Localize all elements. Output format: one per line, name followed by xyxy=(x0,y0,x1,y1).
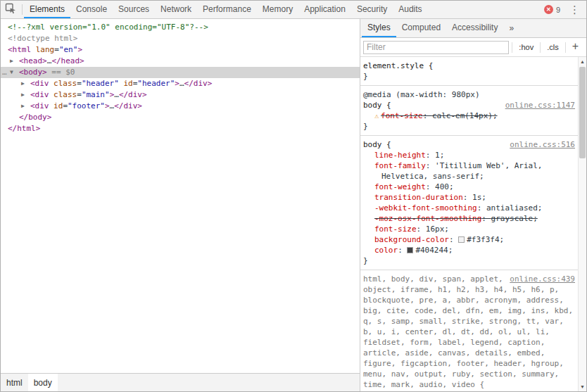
css-declaration-text: color: #404244; xyxy=(374,246,453,255)
css-declaration-text: line-height: 1; xyxy=(374,151,444,160)
tab-console[interactable]: Console xyxy=(70,1,113,18)
css-property-value: 1; xyxy=(435,151,444,160)
rule-selector-line[interactable]: element.style { xyxy=(363,61,575,71)
tab-network[interactable]: Network xyxy=(155,1,197,18)
breadcrumb-item-body[interactable]: body xyxy=(28,374,58,391)
sidebar-tab-styles[interactable]: Styles xyxy=(362,19,396,37)
dom-token: <html xyxy=(8,45,31,54)
expand-arrow-icon[interactable]: ▶ xyxy=(21,101,25,112)
stylesheet-source-link[interactable]: online.css:516 xyxy=(510,139,575,150)
css-declaration[interactable]: font-family: 'Titillium Web', Arial, Hel… xyxy=(363,160,575,182)
style-rule-section: online.css:439html, body, div, span, app… xyxy=(360,270,578,391)
error-count-badge[interactable]: ✕ 9 xyxy=(544,5,560,14)
dom-tree-line[interactable]: …▼<body> == $0 xyxy=(1,67,360,78)
css-declaration[interactable]: font-size: 16px; xyxy=(363,224,575,234)
tab-elements[interactable]: Elements xyxy=(24,1,70,18)
dom-token: > xyxy=(175,79,179,88)
scroll-up-arrow-icon[interactable]: ▲ xyxy=(579,57,586,66)
main-toolbar: ElementsConsoleSourcesNetworkPerformance… xyxy=(1,1,586,19)
tab-memory[interactable]: Memory xyxy=(257,1,298,18)
dom-tree-line[interactable]: ▶<div class="main">…</div> xyxy=(1,89,360,101)
toolbar-right: ✕ 9 ⋮ xyxy=(544,1,586,18)
expand-arrow-icon[interactable]: ▶ xyxy=(10,56,13,67)
rule-selector-line[interactable]: online.css:1147body { xyxy=(363,100,575,110)
styles-filter-input[interactable] xyxy=(363,41,509,54)
styles-scrollbar[interactable]: ▲ ▼ xyxy=(578,57,586,391)
breadcrumb-item-html[interactable]: html xyxy=(1,374,28,391)
dom-token: id xyxy=(49,101,63,110)
panel-tabs: ElementsConsoleSourcesNetworkPerformance… xyxy=(24,1,428,18)
css-declaration[interactable]: vertical-align: baseline; xyxy=(363,390,575,391)
css-property-name: color xyxy=(374,246,398,255)
rule-close-brace: } xyxy=(363,255,575,266)
expand-arrow-icon[interactable]: ▶ xyxy=(21,78,25,89)
rule-close-brace: } xyxy=(363,71,575,82)
more-options-menu-button[interactable]: ⋮ xyxy=(564,4,585,16)
css-declaration[interactable]: line-height: 1; xyxy=(363,150,575,160)
inspect-cursor-icon xyxy=(5,3,16,17)
css-declaration-text: font-size: 16px; xyxy=(374,225,449,234)
dom-token: <div xyxy=(30,79,49,88)
dom-token: class xyxy=(49,79,77,88)
dom-token: </div> xyxy=(114,101,142,110)
sidebar-tab-bar: StylesComputedAccessibility » xyxy=(360,19,586,38)
error-count: 9 xyxy=(556,6,560,14)
inspect-element-button[interactable] xyxy=(1,1,20,18)
sidebar-tab-accessibility[interactable]: Accessibility xyxy=(446,19,503,37)
tab-audits[interactable]: Audits xyxy=(393,1,427,18)
dom-tree-line[interactable]: <html lang="en"> xyxy=(1,44,360,56)
dom-tree-line[interactable]: </body> xyxy=(1,112,360,123)
expand-arrow-icon[interactable]: ▶ xyxy=(21,89,25,101)
new-style-rule-button[interactable]: + xyxy=(569,40,583,54)
dom-tree-line[interactable]: ▶<div class="header" id="header">…</div> xyxy=(1,78,360,89)
element-classes-toggle[interactable]: .cls xyxy=(543,42,562,53)
rule-selector-line[interactable]: online.css:439html, body, div, span, app… xyxy=(363,274,575,390)
css-property-name: -moz-osx-font-smoothing xyxy=(374,214,481,223)
color-swatch[interactable] xyxy=(458,236,465,243)
sidebar-tab-computed[interactable]: Computed xyxy=(396,19,446,37)
stylesheet-source-link[interactable]: online.css:1147 xyxy=(505,100,575,110)
main-split: <!--?xml version="1.0" encoding="UTF-8"?… xyxy=(1,19,586,391)
tab-security[interactable]: Security xyxy=(351,1,393,18)
scroll-down-arrow-icon[interactable]: ▼ xyxy=(579,382,586,391)
pseudo-state-toggle[interactable]: :hov xyxy=(515,42,537,53)
rule-selector-line[interactable]: online.css:516body { xyxy=(363,139,575,150)
node-menu-dots-icon[interactable]: … xyxy=(2,67,7,78)
dom-token: <body> xyxy=(19,68,47,77)
dom-tree-line[interactable]: <!doctype html> xyxy=(1,33,360,44)
more-tabs-icon[interactable]: » xyxy=(503,19,519,37)
tab-performance[interactable]: Performance xyxy=(197,1,257,18)
css-declaration-text: font-weight: 400; xyxy=(374,182,454,191)
toolbar-divider xyxy=(22,4,23,15)
styles-sidebar: StylesComputedAccessibility » :hov .cls … xyxy=(360,19,586,391)
scrollbar-thumb[interactable] xyxy=(579,67,586,158)
css-declaration-text: font-size: calc-em(14px); xyxy=(381,111,498,120)
css-declaration[interactable]: transition-duration: 1s; xyxy=(363,192,575,203)
rule-close-brace: } xyxy=(363,121,575,132)
css-property-value: #f3f3f4; xyxy=(467,235,504,244)
css-declaration[interactable]: -moz-osx-font-smoothing: grayscale; xyxy=(363,213,575,224)
collapse-arrow-icon[interactable]: ▼ xyxy=(10,67,13,78)
css-declaration[interactable]: color: #404244; xyxy=(363,245,575,255)
css-declaration[interactable]: background-color: #f3f3f4; xyxy=(363,234,575,245)
css-declaration[interactable]: font-weight: 400; xyxy=(363,182,575,192)
dom-token: </div> xyxy=(119,90,147,99)
css-property-value: 400; xyxy=(435,182,454,191)
dom-token: class xyxy=(49,90,77,99)
dom-tree-line[interactable]: ▶<head>…</head> xyxy=(1,56,360,67)
tab-application[interactable]: Application xyxy=(298,1,351,18)
dom-token: <head> xyxy=(19,56,47,65)
css-property-value: grayscale; xyxy=(491,214,538,223)
stylesheet-source-link[interactable]: online.css:439 xyxy=(510,274,575,284)
css-declaration[interactable]: ⚠font-size: calc-em(14px); xyxy=(363,110,575,121)
dom-tree-line[interactable]: <!--?xml version="1.0" encoding="UTF-8"?… xyxy=(1,22,360,33)
css-declaration[interactable]: -webkit-font-smoothing: antialiased; xyxy=(363,203,575,213)
media-query[interactable]: @media (max-width: 980px) xyxy=(363,89,575,100)
color-swatch[interactable] xyxy=(407,247,413,253)
dom-tree-line[interactable]: ▶<div id="footer">…</div> xyxy=(1,101,360,112)
styles-pane: element.style {}@media (max-width: 980px… xyxy=(360,57,586,391)
dom-token: </html> xyxy=(8,124,40,133)
dom-token: == $0 xyxy=(47,68,75,77)
tab-sources[interactable]: Sources xyxy=(113,1,155,18)
dom-tree-line[interactable]: </html> xyxy=(1,123,360,134)
